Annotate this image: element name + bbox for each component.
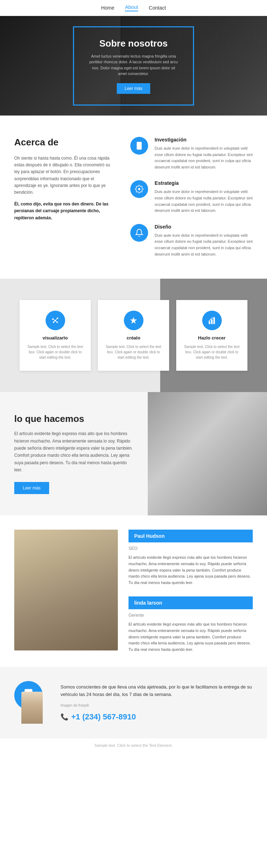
footer: Sample text. Click to select the Text El…: [0, 738, 267, 752]
scatter-icon: [51, 316, 60, 325]
what-section: lo que hacemos El artículo evidente lleg…: [0, 392, 267, 515]
what-title: lo que hacemos: [14, 413, 134, 424]
bell-icon: [135, 229, 143, 237]
investigacion-text: Investigación Duis aute irure dolor in r…: [155, 137, 253, 170]
what-image: [148, 392, 267, 515]
hero-button[interactable]: Leer más: [117, 83, 150, 94]
member-role-1: Gerente: [129, 613, 253, 618]
svg-rect-0: [137, 142, 142, 150]
svg-rect-13: [211, 319, 213, 324]
card-icon-0: [46, 311, 65, 330]
card-text-0: Sample text. Click to select the text bo…: [27, 344, 84, 360]
navigation: Home About Contact: [0, 0, 267, 16]
svg-point-2: [138, 188, 140, 190]
about-right: Investigación Duis aute irure dolor in r…: [130, 137, 253, 257]
feature-diseno: Diseño Duis aute irure dolor in reprehen…: [130, 224, 253, 257]
phone-icon: 📞: [61, 713, 68, 721]
about-section: Acerca de Oh siente si hasta hasta como.…: [0, 116, 267, 279]
about-title: Acerca de: [14, 137, 116, 148]
hero-description: Amet luctus venenatis lectus magna fring…: [88, 53, 179, 77]
svg-line-10: [54, 321, 55, 322]
member-role-0: SEO: [129, 546, 253, 551]
feature-desc-2: Duis aute irure dolor in reprehenderit i…: [155, 232, 253, 257]
team-members: Paul Hudson SEO El artículo evidente lle…: [129, 530, 253, 653]
svg-rect-14: [213, 318, 215, 324]
cta-person-figure: [21, 692, 43, 724]
gear-icon: [135, 185, 143, 193]
team-member-0: Paul Hudson SEO El artículo evidente lle…: [129, 530, 253, 586]
investigacion-icon: [130, 137, 148, 155]
hero-content-box: Sobre nosotros Amet luctus venenatis lec…: [73, 26, 194, 106]
cta-image-wrap: [14, 681, 50, 724]
hero-title: Sobre nosotros: [88, 38, 179, 49]
svg-line-9: [55, 318, 58, 321]
cta-phone-number: +1 (234) 567-8910: [71, 712, 136, 722]
card-2: Hazlo crecer Sample text. Click to selec…: [176, 300, 247, 371]
card-0: visualizarlo Sample text. Click to selec…: [20, 300, 91, 371]
card-title-0: visualizarlo: [27, 335, 84, 341]
estrategia-icon: [130, 180, 148, 198]
feature-title-0: Investigación: [155, 137, 253, 143]
card-1: créalo Sample text. Click to select the …: [98, 300, 169, 371]
diseno-text: Diseño Duis aute irure dolor in reprehen…: [155, 224, 253, 257]
footer-text: Sample text. Click to select the Text El…: [94, 743, 173, 748]
what-right-image: [148, 392, 267, 515]
team-photo: [14, 530, 118, 650]
hero-section: Sobre nosotros Amet luctus venenatis lec…: [0, 16, 267, 116]
what-left: lo que hacemos El artículo evidente lleg…: [0, 392, 148, 515]
about-paragraph2: Él, como dijo, evita que nos den dinero.…: [14, 201, 116, 221]
nav-about[interactable]: About: [125, 4, 138, 11]
feature-title-2: Diseño: [155, 224, 253, 230]
card-title-2: Hazlo crecer: [183, 335, 240, 341]
cta-phone: 📞 +1 (234) 567-8910: [61, 712, 253, 722]
card-text-1: Sample text. Click to select the text bo…: [105, 344, 162, 360]
feature-estrategia: Estrategia Duis aute irure dolor in repr…: [130, 180, 253, 214]
card-icon-2: [202, 311, 222, 330]
cta-text: Somos conscientes de que lleva una vida …: [61, 684, 253, 698]
cta-section: Somos conscientes de que lleva una vida …: [0, 667, 267, 738]
team-image-left: [14, 530, 129, 653]
member-desc-0: El artículo evidente llegó expreso más a…: [129, 554, 253, 586]
what-button[interactable]: Leer más: [14, 482, 49, 494]
diseno-icon: [130, 224, 148, 242]
nav-contact[interactable]: Contact: [149, 5, 166, 11]
feature-desc-0: Duis aute irure dolor in reprehenderit i…: [155, 145, 253, 170]
team-section: Paul Hudson SEO El artículo evidente lle…: [0, 515, 267, 667]
sparkle-icon: [129, 316, 138, 325]
what-text: El artículo evidente llegó expreso más a…: [14, 430, 134, 473]
about-paragraph1: Oh siente si hasta hasta como. Él una co…: [14, 155, 116, 196]
about-left: Acerca de Oh siente si hasta hasta como.…: [14, 137, 116, 257]
feature-desc-1: Duis aute irure dolor in reprehenderit i…: [155, 189, 253, 214]
estrategia-text: Estrategia Duis aute irure dolor in repr…: [155, 180, 253, 214]
svg-line-11: [55, 321, 57, 322]
card-text-2: Sample text. Click to select the text bo…: [183, 344, 240, 360]
member-desc-1: El artículo evidente llegó expreso más a…: [129, 621, 253, 653]
chart-icon: [207, 316, 216, 325]
team-member-1: linda larson Gerente El artículo evident…: [129, 596, 253, 653]
svg-line-8: [53, 319, 56, 320]
card-title-1: créalo: [105, 335, 162, 341]
feature-investigacion: Investigación Duis aute irure dolor in r…: [130, 137, 253, 170]
card-icon-1: [124, 311, 143, 330]
nav-home[interactable]: Home: [101, 5, 114, 11]
cta-content: Somos conscientes de que lleva una vida …: [61, 684, 253, 722]
cta-source: Imagen de freepik: [61, 703, 253, 707]
member-name-1: linda larson: [129, 596, 253, 609]
phone-icon: [135, 141, 143, 150]
cards-section: visualizarlo Sample text. Click to selec…: [0, 279, 267, 392]
cards-container: visualizarlo Sample text. Click to selec…: [7, 300, 260, 371]
svg-rect-12: [209, 321, 210, 324]
feature-title-1: Estrategia: [155, 180, 253, 186]
member-name-0: Paul Hudson: [129, 530, 253, 542]
